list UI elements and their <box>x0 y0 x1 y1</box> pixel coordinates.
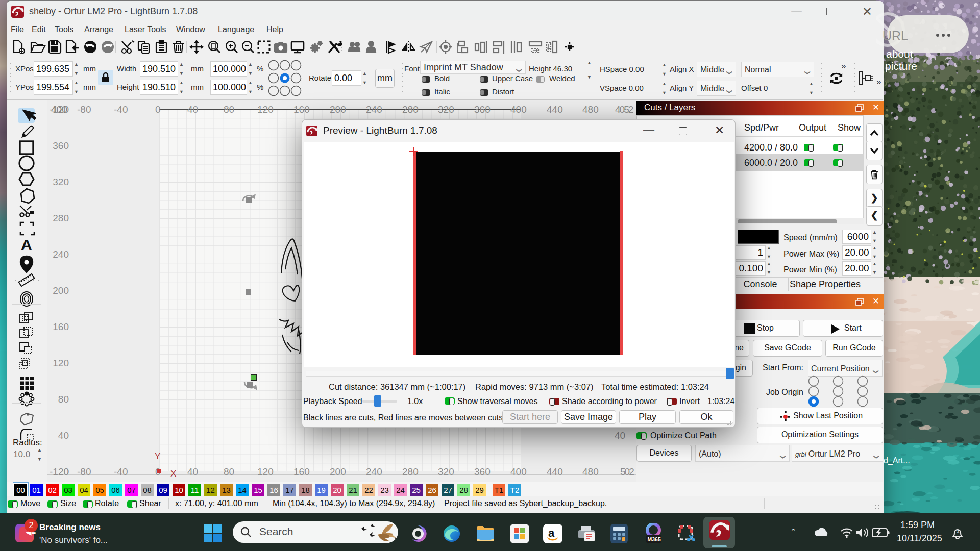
svg-text:d_Art...: d_Art... <box>884 456 910 465</box>
svg-text:A: A <box>21 236 32 253</box>
svg-text:M365: M365 <box>648 536 661 542</box>
svg-text:a: a <box>548 527 555 539</box>
svg-text:about: about <box>886 48 913 60</box>
svg-text:z: z <box>957 529 960 534</box>
svg-text:picture: picture <box>885 60 917 72</box>
svg-text:URL: URL <box>883 29 908 43</box>
